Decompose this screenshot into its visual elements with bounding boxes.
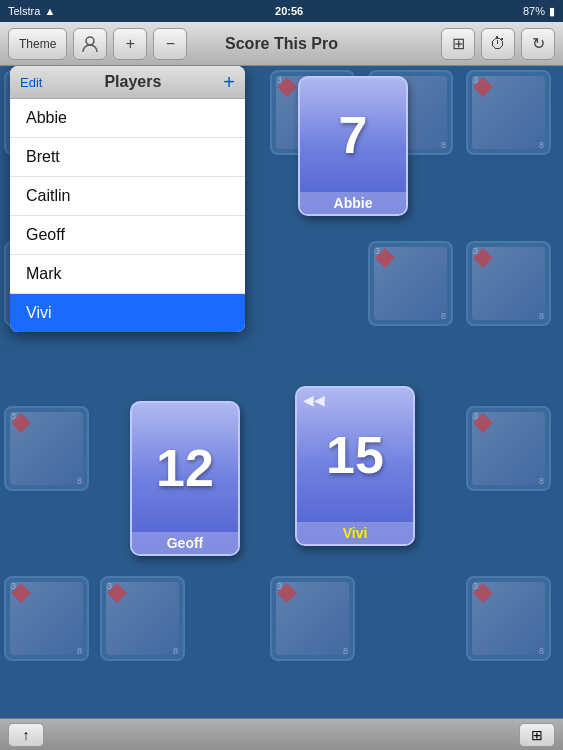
score-card-geoff[interactable]: 12 Geoff [130, 401, 240, 556]
timer-button[interactable]: ⏱ [481, 28, 515, 60]
bottom-bar: ↑ ⊞ [0, 718, 563, 750]
toolbar-right-buttons: ⊞ ⏱ ↻ [441, 28, 555, 60]
back-button[interactable]: ◀◀ [303, 392, 325, 408]
bg-card: 3 8 [4, 406, 89, 491]
bg-card: 3 8 [466, 241, 551, 326]
wifi-icon: ▲ [44, 5, 55, 17]
players-header: Edit Players + [10, 66, 245, 99]
bg-card: 3 8 [466, 576, 551, 661]
bg-card: 3 8 [368, 241, 453, 326]
bg-card: 3 8 [270, 576, 355, 661]
battery-icon: ▮ [549, 5, 555, 18]
share-button[interactable]: ↑ [8, 723, 44, 747]
toolbar: Theme + − Score This Pro ⊞ ⏱ ↻ [0, 22, 563, 66]
app-title: Score This Pro [225, 35, 338, 53]
main-content: 3 8 3 8 3 8 3 8 7 Abbie 3 8 3 8 3 8 3 8 [0, 66, 563, 718]
svg-point-0 [86, 37, 94, 45]
score-card-vivi[interactable]: ◀◀ 15 Vivi [295, 386, 415, 546]
abbie-label: Abbie [300, 192, 406, 214]
expand-button[interactable]: ⊞ [441, 28, 475, 60]
vivi-label: Vivi [297, 522, 413, 544]
status-right: 87% ▮ [523, 5, 555, 18]
geoff-label: Geoff [132, 532, 238, 554]
abbie-score: 7 [339, 78, 368, 192]
status-time: 20:56 [275, 5, 303, 17]
battery-label: 87% [523, 5, 545, 17]
players-title: Players [42, 73, 223, 91]
score-card-abbie[interactable]: 7 Abbie [298, 76, 408, 216]
grid-icon: ⊞ [531, 727, 543, 743]
player-row-geoff[interactable]: Geoff [10, 216, 245, 255]
player-row-brett[interactable]: Brett [10, 138, 245, 177]
carrier-label: Telstra [8, 5, 40, 17]
player-row-mark[interactable]: Mark [10, 255, 245, 294]
bg-card: 3 8 [100, 576, 185, 661]
status-left: Telstra ▲ [8, 5, 55, 17]
refresh-button[interactable]: ↻ [521, 28, 555, 60]
players-add-button[interactable]: + [223, 72, 235, 92]
players-dropdown: Edit Players + Abbie Brett Caitlin Geoff… [10, 66, 245, 332]
minus-button[interactable]: − [153, 28, 187, 60]
players-edit-button[interactable]: Edit [20, 75, 42, 90]
player-row-abbie[interactable]: Abbie [10, 99, 245, 138]
person-icon[interactable] [73, 28, 107, 60]
grid-button[interactable]: ⊞ [519, 723, 555, 747]
bg-card: 3 8 [466, 70, 551, 155]
bg-card: 3 8 [466, 406, 551, 491]
player-row-vivi[interactable]: Vivi [10, 294, 245, 332]
add-button[interactable]: + [113, 28, 147, 60]
geoff-score: 12 [156, 403, 214, 532]
bg-card: 3 8 [4, 576, 89, 661]
share-icon: ↑ [23, 727, 30, 743]
status-bar: Telstra ▲ 20:56 87% ▮ [0, 0, 563, 22]
theme-button[interactable]: Theme [8, 28, 67, 60]
vivi-score: 15 [326, 388, 384, 522]
player-row-caitlin[interactable]: Caitlin [10, 177, 245, 216]
